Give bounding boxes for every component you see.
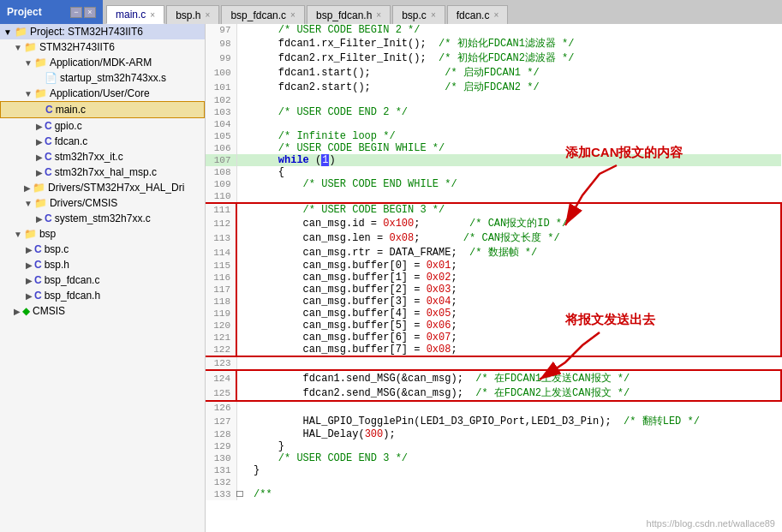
code-content: /** [248, 488, 781, 500]
code-content: fdcan1.rx_Filter_Init(); /* 初始化FDCAN1滤波器… [248, 36, 781, 51]
tree-item-drivers-cmsis[interactable]: ▼ 📁 Drivers/CMSIS [0, 195, 205, 211]
code-content: fdcan2.start(); /* 启动FDCAN2 */ [248, 80, 781, 94]
line-marker [236, 216, 248, 230]
tree-item-stm32h7xx-it[interactable]: ▶ C stm32h7xx_it.c [0, 149, 205, 164]
tree-item-fdcan-c[interactable]: ▶ C fdcan.c [0, 134, 205, 149]
line-number: 126 [206, 401, 236, 414]
line-marker [236, 308, 248, 320]
code-content: /* USER CODE BEGIN WHILE */ [248, 142, 781, 154]
code-line-119: 119 can_msg.buffer[4] = 0x05; [206, 308, 781, 320]
code-content: /* USER CODE END 3 */ [248, 452, 781, 464]
line-marker [236, 414, 248, 428]
tab-bsp-c[interactable]: bsp.c × [392, 5, 445, 24]
tree-item-cmsis[interactable]: ▶ ◆ CMSIS [0, 303, 205, 319]
code-content: /* USER CODE BEGIN 2 */ [248, 24, 781, 36]
tree-item-app-mdk[interactable]: ▼ 📁 Application/MDK-ARM [0, 55, 205, 70]
tab-bsp-fdcan-c[interactable]: bsp_fdcan.c × [221, 5, 305, 24]
line-number: 119 [206, 308, 236, 320]
tree-item-bsp-c[interactable]: ▶ C bsp.c [0, 242, 205, 257]
tree-item-gpio-c[interactable]: ▶ C gpio.c [0, 118, 205, 134]
code-line-116: 116 can_msg.buffer[1] = 0x02; [206, 272, 781, 284]
code-line-109: 109 /* USER CODE END WHILE */ [206, 178, 781, 190]
line-marker [236, 65, 248, 80]
code-line-111: 111 /* USER CODE BEGIN 3 */ [206, 203, 781, 216]
line-number: 116 [206, 272, 236, 284]
tree-item-startup[interactable]: ▶ 📄 startup_stm32h743xx.s [0, 70, 205, 86]
tab-bar: main.c × bsp.h × bsp_fdcan.c × bsp_fdcan… [103, 0, 782, 24]
code-line-113: 113 can_msg.len = 0x08; /* CAN报文长度 */ [206, 230, 781, 245]
line-number: 130 [206, 452, 236, 464]
line-number: 97 [206, 24, 236, 36]
line-number: 131 [206, 464, 236, 476]
tree-item-bsp-fdcan-c[interactable]: ▶ C bsp_fdcan.c [0, 272, 205, 288]
tree-item-main-c[interactable]: ▶ C main.c [0, 101, 205, 118]
code-line-98: 98 fdcan1.rx_Filter_Init(); /* 初始化FDCAN1… [206, 36, 781, 51]
tree-item-drivers-hal[interactable]: ▶ 📁 Drivers/STM32H7xx_HAL_Dri [0, 180, 205, 195]
line-marker [236, 332, 248, 344]
tab-bsp-fdcan-h[interactable]: bsp_fdcan.h × [307, 5, 391, 24]
line-number: 128 [206, 428, 236, 440]
code-line-104: 104 [206, 118, 781, 130]
line-marker [236, 370, 248, 386]
code-line-124: 124 fdcan1.send_MSG(&can_msg); /* 在FDCAN… [206, 370, 781, 386]
line-marker [236, 452, 248, 464]
code-content: can_msg.buffer[5] = 0x06; [248, 320, 781, 332]
code-line-101: 101 fdcan2.start(); /* 启动FDCAN2 */ [206, 80, 781, 94]
code-line-99: 99 fdcan2.rx_Filter_Init(); /* 初始化FDCAN2… [206, 51, 781, 65]
code-content: can_msg.rtr = DATA_FRAME; /* 数据帧 */ [248, 245, 781, 260]
code-content: can_msg.buffer[3] = 0x04; [248, 296, 781, 308]
line-marker [236, 344, 248, 356]
code-line-126: 126 [206, 401, 781, 414]
code-line-108: 108 { [206, 166, 781, 178]
line-marker: □ [236, 488, 248, 500]
line-marker [236, 272, 248, 284]
line-marker [236, 203, 248, 216]
code-content: /* USER CODE END 2 */ [248, 106, 781, 118]
line-number: 109 [206, 178, 236, 190]
line-number: 121 [206, 332, 236, 344]
code-editor[interactable]: 97 /* USER CODE BEGIN 2 */ 98 fdcan1.rx_… [206, 24, 782, 532]
code-content: { [248, 166, 781, 178]
tree-item-bsp-h[interactable]: ▶ C bsp.h [0, 257, 205, 272]
watermark: https://blog.csdn.net/wallace89 [647, 518, 775, 529]
code-line-121: 121 can_msg.buffer[6] = 0x07; [206, 332, 781, 344]
code-content: fdcan2.send_MSG(&can_msg); /* 在FDCAN2上发送… [248, 386, 781, 401]
line-marker [236, 476, 248, 488]
line-marker [236, 24, 248, 36]
code-line-127: 127 HAL_GPIO_TogglePin(LED1_D3_GPIO_Port… [206, 414, 781, 428]
line-marker [236, 230, 248, 245]
code-content: HAL_GPIO_TogglePin(LED1_D3_GPIO_Port,LED… [248, 414, 781, 428]
line-number: 99 [206, 51, 236, 65]
line-number: 104 [206, 118, 236, 130]
line-marker [236, 386, 248, 401]
code-content: while (1) [248, 154, 781, 166]
code-content: fdcan1.start(); /* 启动FDCAN1 */ [248, 65, 781, 80]
line-number: 117 [206, 284, 236, 296]
tree-item-hal-msp[interactable]: ▶ C stm32h7xx_hal_msp.c [0, 164, 205, 180]
code-line-110: 110 [206, 190, 781, 203]
code-content: } [248, 464, 781, 476]
tab-bsp-h[interactable]: bsp.h × [166, 5, 219, 24]
code-content: } [248, 440, 781, 452]
code-content: fdcan1.send_MSG(&can_msg); /* 在FDCAN1上发送… [248, 370, 781, 386]
tree-item-bsp-fdcan-h[interactable]: ▶ C bsp_fdcan.h [0, 288, 205, 303]
line-marker [236, 296, 248, 308]
code-line-115: 115 can_msg.buffer[0] = 0x01; [206, 260, 781, 272]
project-tree: ▼ 📁 Project: STM32H743IIT6 ▼ 📁 STM32H743… [0, 24, 206, 532]
code-line-133: 133 □ /** [206, 488, 781, 500]
tree-item-system-stm32[interactable]: ▶ C system_stm32h7xx.c [0, 211, 205, 226]
line-marker [236, 284, 248, 296]
tree-item-app-user[interactable]: ▼ 📁 Application/User/Core [0, 86, 205, 101]
tab-fdcan-c[interactable]: fdcan.c × [447, 5, 509, 24]
panel-minimize-btn[interactable]: − [70, 7, 82, 18]
code-line-102: 102 [206, 94, 781, 106]
code-content [248, 118, 781, 130]
code-line-106: 106 /* USER CODE BEGIN WHILE */ [206, 142, 781, 154]
tree-item-root[interactable]: ▼ 📁 Project: STM32H743IIT6 [0, 24, 205, 39]
tab-main-c[interactable]: main.c × [106, 5, 164, 24]
code-line-129: 129 } [206, 440, 781, 452]
tree-item-stm32[interactable]: ▼ 📁 STM32H743IIT6 [0, 39, 205, 55]
tree-item-bsp[interactable]: ▼ 📁 bsp [0, 226, 205, 242]
line-number: 132 [206, 476, 236, 488]
panel-close-btn[interactable]: × [84, 7, 96, 18]
